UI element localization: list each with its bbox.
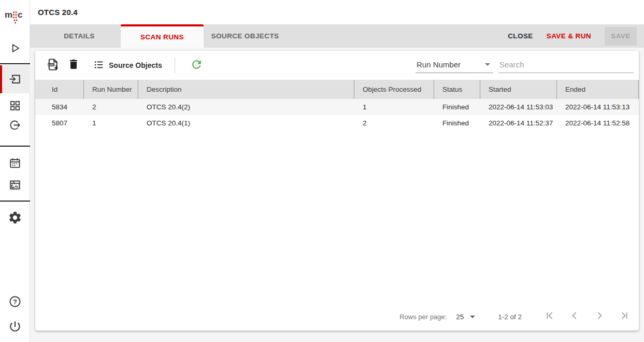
save-and-run-button[interactable]: SAVE & RUN bbox=[547, 32, 591, 40]
sidebar-item-export[interactable] bbox=[0, 116, 30, 135]
column-header-objects-processed[interactable]: Objects Processed bbox=[354, 80, 434, 99]
table-cell: 2 bbox=[354, 115, 434, 131]
save-button[interactable]: SAVE bbox=[605, 27, 637, 46]
chevron-down-icon bbox=[485, 63, 490, 66]
list-icon bbox=[93, 59, 105, 72]
first-page-icon bbox=[543, 309, 556, 324]
first-page-button[interactable] bbox=[543, 310, 556, 323]
refresh-icon bbox=[190, 58, 203, 73]
sidebar-item-scanners[interactable] bbox=[0, 65, 30, 93]
table-body: 58342OTCS 20.4(2)1Finished2022-06-14 11:… bbox=[35, 99, 639, 131]
table-cell: OTCS 20.4(2) bbox=[138, 99, 354, 115]
source-objects-button[interactable]: Source Objects bbox=[93, 59, 162, 72]
sidebar-divider bbox=[0, 63, 30, 64]
column-header-status[interactable]: Status bbox=[434, 80, 480, 99]
rows-per-page-select[interactable]: 25 bbox=[456, 313, 475, 321]
sidebar-divider bbox=[0, 201, 30, 202]
table-cell: 2 bbox=[84, 99, 138, 115]
tab-bar: DETAILS SCAN RUNS SOURCE OBJECTS CLOSE S… bbox=[30, 24, 644, 48]
table-cell: 2022-06-14 11:53:03 bbox=[480, 99, 557, 115]
trash-icon bbox=[67, 58, 80, 73]
last-page-icon bbox=[618, 309, 631, 324]
search-input[interactable] bbox=[498, 58, 634, 73]
sidebar-item-apps[interactable] bbox=[0, 96, 30, 115]
sidebar-item-dashboard[interactable] bbox=[0, 176, 30, 194]
prev-page-button[interactable] bbox=[568, 310, 581, 323]
filter-column-value: Run Number bbox=[417, 60, 461, 69]
table-cell: 1 bbox=[354, 99, 434, 115]
chevron-right-icon bbox=[593, 309, 606, 324]
next-page-button[interactable] bbox=[593, 310, 606, 323]
dashboard-icon bbox=[8, 178, 22, 192]
sidebar-item-logout[interactable] bbox=[0, 317, 30, 336]
power-icon bbox=[8, 320, 22, 333]
mc-logo[interactable]: m c bbox=[0, 5, 30, 26]
column-header-description[interactable]: Description bbox=[138, 80, 354, 99]
scan-import-icon bbox=[8, 73, 22, 86]
page-title: OTCS 20.4 bbox=[38, 8, 78, 17]
help-icon: ? bbox=[8, 294, 22, 309]
table-toolbar: LOG bbox=[35, 51, 639, 80]
table-cell: OTCS 20.4(1) bbox=[138, 115, 354, 131]
tab-scan-runs[interactable]: SCAN RUNS bbox=[121, 24, 204, 48]
pagination-bar: Rows per page: 25 1-2 of 2 bbox=[35, 303, 639, 331]
content-area: LOG bbox=[30, 48, 644, 342]
svg-text:m: m bbox=[5, 10, 12, 20]
svg-text:?: ? bbox=[13, 298, 17, 306]
table-cell: 5834 bbox=[35, 99, 84, 115]
table-cell: 2022-06-14 11:52:37 bbox=[480, 115, 557, 131]
table-cell: Finished bbox=[434, 99, 480, 115]
download-log-icon: LOG bbox=[46, 58, 60, 74]
column-header-id[interactable]: Id bbox=[35, 80, 84, 99]
table-cell: 2022-06-14 11:52:58 bbox=[557, 115, 639, 131]
chevron-left-icon bbox=[568, 309, 581, 324]
play-icon bbox=[8, 41, 22, 55]
sidebar-item-settings[interactable] bbox=[0, 208, 30, 227]
sidebar-item-scheduler[interactable] bbox=[0, 154, 30, 173]
table-row[interactable]: 58071OTCS 20.4(1)2Finished2022-06-14 11:… bbox=[35, 115, 639, 131]
column-header-started[interactable]: Started bbox=[480, 80, 557, 99]
sidebar-item-help[interactable]: ? bbox=[0, 292, 30, 311]
toolbar-divider bbox=[175, 58, 175, 73]
download-log-button[interactable]: LOG bbox=[42, 56, 63, 75]
table-row[interactable]: 58342OTCS 20.4(2)1Finished2022-06-14 11:… bbox=[35, 99, 639, 115]
table-cell: 1 bbox=[84, 115, 138, 131]
last-page-button[interactable] bbox=[618, 310, 631, 323]
window-titlebar: OTCS 20.4 bbox=[30, 0, 644, 24]
rows-per-page-value: 25 bbox=[456, 313, 464, 321]
chevron-down-icon bbox=[470, 316, 475, 318]
calendar-icon bbox=[8, 156, 22, 170]
scan-runs-card: LOG bbox=[35, 51, 639, 331]
tab-details[interactable]: DETAILS bbox=[38, 24, 121, 48]
source-objects-label: Source Objects bbox=[109, 61, 162, 69]
table-cell: Finished bbox=[434, 115, 480, 131]
table-cell: 2022-06-14 11:53:13 bbox=[557, 99, 639, 115]
rows-per-page-label: Rows per page: bbox=[399, 313, 447, 321]
gear-icon bbox=[8, 210, 22, 225]
filter-column-select[interactable]: Run Number bbox=[416, 58, 493, 73]
refresh-button[interactable] bbox=[187, 56, 207, 75]
sidebar-item-run[interactable] bbox=[0, 39, 30, 58]
apps-grid-icon bbox=[8, 99, 22, 112]
table-header-row: IdRun NumberDescriptionObjects Processed… bbox=[35, 80, 639, 99]
table-cell: 5807 bbox=[35, 115, 84, 131]
column-header-ended[interactable]: Ended bbox=[557, 80, 639, 99]
tab-source-objects[interactable]: SOURCE OBJECTS bbox=[204, 24, 287, 48]
close-button[interactable]: CLOSE bbox=[508, 32, 533, 40]
sidebar-divider bbox=[0, 146, 30, 147]
delete-button[interactable] bbox=[63, 56, 84, 75]
sidebar: m c bbox=[0, 0, 30, 342]
export-icon bbox=[8, 119, 22, 132]
svg-text:c: c bbox=[18, 10, 22, 20]
pagination-range: 1-2 of 2 bbox=[498, 313, 522, 321]
column-header-run-number[interactable]: Run Number bbox=[84, 80, 138, 99]
svg-text:LOG: LOG bbox=[48, 63, 54, 66]
